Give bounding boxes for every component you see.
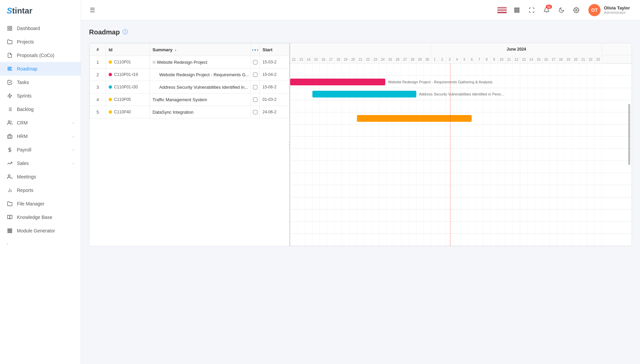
gantt-day-bg: [572, 197, 580, 209]
gantt-day-bg: [290, 222, 298, 233]
cell-row-checkbox[interactable]: [251, 93, 260, 106]
nav-prev-button[interactable]: ‹: [252, 47, 253, 52]
sidebar-item-payroll[interactable]: Payroll ›: [0, 143, 81, 157]
gantt-day-bg: [505, 197, 513, 209]
table-row: 2 C110P01-I19 Website Redesign Project -…: [90, 68, 289, 81]
sidebar-item-tasks[interactable]: Tasks: [0, 76, 81, 89]
svg-rect-25: [9, 230, 10, 231]
gantt-day-bg: [342, 161, 350, 173]
gantt-day-bg: [416, 161, 424, 173]
sidebar-item-roadmap[interactable]: Roadmap: [0, 62, 81, 76]
gantt-day-bg: [587, 100, 594, 112]
sidebar-item-crm[interactable]: CRM ›: [0, 116, 81, 130]
sidebar-item-hrm[interactable]: HRM ›: [0, 130, 81, 143]
cell-row-checkbox[interactable]: [251, 56, 260, 68]
gantt-day-bg: [439, 64, 446, 76]
gantt-empty-row: [290, 161, 632, 173]
gantt-day-bg: [431, 64, 439, 76]
sidebar-item-filemanager[interactable]: File Manager: [0, 197, 81, 211]
cell-row-checkbox[interactable]: [251, 81, 260, 93]
gantt-day-bg: [320, 209, 327, 221]
gantt-day-bg: [513, 173, 520, 185]
svg-rect-5: [8, 68, 11, 69]
gantt-day-bg: [350, 124, 357, 136]
apps-grid-button[interactable]: [511, 4, 523, 16]
expand-button[interactable]: [526, 4, 538, 16]
notifications-button[interactable]: 52: [540, 4, 553, 16]
sidebar-item-more[interactable]: -: [0, 237, 81, 250]
gantt-day-bg: [357, 64, 364, 76]
language-selector[interactable]: [496, 4, 508, 16]
user-profile-button[interactable]: OT Olivia Taylor Administrator: [585, 2, 633, 18]
gantt-day-bg: [498, 234, 505, 246]
row-checkbox[interactable]: [253, 97, 257, 102]
cell-row-checkbox[interactable]: [251, 68, 260, 81]
sidebar-nav: Dashboard Projects Proposals (CoCo) Road…: [0, 22, 81, 250]
scrollbar-indicator[interactable]: [628, 104, 630, 165]
dark-mode-toggle[interactable]: [555, 4, 567, 16]
gantt-day-bg: [542, 173, 550, 185]
gantt-day-bg: [305, 234, 312, 246]
day-header-cell: 22: [587, 55, 594, 63]
gantt-day-bg: [439, 222, 446, 233]
sidebar-item-knowledgebase[interactable]: Knowledge Base: [0, 211, 81, 224]
gantt-day-bg: [364, 100, 372, 112]
gantt-day-bg: [550, 64, 557, 76]
gantt-day-bg: [513, 100, 520, 112]
gantt-day-bg: [298, 234, 305, 246]
gantt-day-bg: [409, 222, 416, 233]
gantt-day-bg: [513, 64, 520, 76]
day-header-cell: 16: [320, 55, 327, 63]
cell-row-summary: Website Redesign Project - Requirements …: [150, 68, 251, 81]
gantt-day-bg: [565, 161, 572, 173]
row-checkbox[interactable]: [253, 85, 257, 89]
sidebar-item-reports[interactable]: Reports: [0, 184, 81, 197]
gantt-day-bg: [379, 137, 387, 148]
sidebar-item-backlog[interactable]: Backlog: [0, 103, 81, 116]
gantt-day-bg: [513, 149, 520, 161]
sidebar-item-meetings[interactable]: Meetings: [0, 170, 81, 184]
sidebar-item-modulegenerator[interactable]: Module Generator: [0, 224, 81, 237]
nav-next-button[interactable]: ›: [257, 47, 258, 52]
cell-row-id: C110P05: [106, 93, 150, 106]
sidebar-item-dashboard[interactable]: Dashboard: [0, 22, 81, 35]
gantt-day-bg: [520, 149, 528, 161]
gantt-day-bg: [364, 222, 372, 233]
gantt-day-bg: [542, 100, 550, 112]
gantt-day-bg: [483, 185, 491, 197]
sidebar-item-projects[interactable]: Projects: [0, 35, 81, 49]
nav-center-button[interactable]: ●: [254, 48, 256, 52]
gantt-day-bg: [587, 209, 594, 221]
gantt-day-bg: [587, 185, 594, 197]
gantt-day-bg: [483, 64, 491, 76]
gantt-day-bg: [550, 88, 557, 100]
sidebar-item-sales[interactable]: Sales ›: [0, 157, 81, 170]
gantt-day-bg: [476, 209, 483, 221]
gantt-day-bg: [565, 100, 572, 112]
gantt-day-bg: [401, 209, 409, 221]
gantt-day-bg: [587, 161, 594, 173]
cell-row-checkbox[interactable]: [251, 106, 260, 118]
row-checkbox[interactable]: [253, 60, 257, 64]
day-header-cell: 14: [305, 55, 312, 63]
gantt-day-bg: [350, 209, 357, 221]
settings-button[interactable]: [570, 4, 582, 16]
gantt-day-bg: [550, 197, 557, 209]
gantt-day-bg: [290, 64, 298, 76]
sidebar-item-sprints[interactable]: Sprints: [0, 89, 81, 103]
row-checkbox[interactable]: [253, 73, 257, 77]
topbar-icons: 52 OT Olivia Taylor Administrator: [496, 2, 633, 18]
gantt-day-bg: [312, 149, 320, 161]
collapse-icon[interactable]: ⊟: [152, 60, 156, 64]
sort-icon: ▲: [174, 48, 177, 52]
info-icon[interactable]: ⓘ: [122, 29, 128, 36]
chevron-right-icon: ›: [73, 148, 74, 152]
table-row: 5 C110P40 DataSync Integration24-06-2: [90, 106, 289, 118]
row-checkbox[interactable]: [253, 110, 257, 114]
gantt-day-bg: [520, 76, 528, 88]
gantt-day-bg: [498, 149, 505, 161]
menu-toggle-button[interactable]: ☰: [88, 4, 97, 16]
projects-icon: [7, 39, 13, 45]
sidebar-item-proposals[interactable]: Proposals (CoCo): [0, 49, 81, 62]
chevron-right-icon: ›: [73, 134, 74, 138]
